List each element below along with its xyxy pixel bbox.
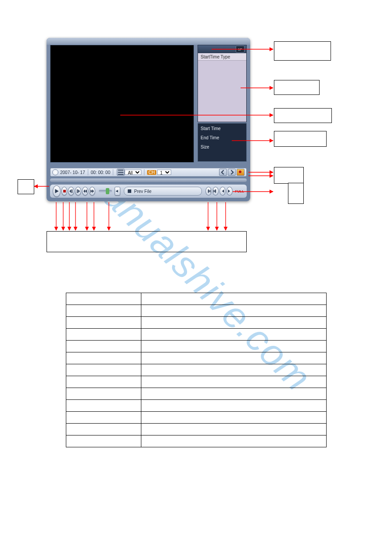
table-row bbox=[66, 412, 327, 424]
side-panel: 1P StartTime Type Start Time End Time Si… bbox=[198, 45, 247, 162]
record-type-select[interactable]: All bbox=[125, 170, 141, 175]
window-titlebar[interactable] bbox=[47, 38, 250, 45]
prev-frame-button[interactable] bbox=[68, 187, 74, 196]
player-body: 1P StartTime Type Start Time End Time Si… bbox=[50, 45, 247, 167]
search-record-button[interactable] bbox=[237, 169, 245, 176]
callout-box-2 bbox=[274, 80, 320, 95]
single-screen-button[interactable]: 1P bbox=[236, 46, 245, 53]
next-frame-button[interactable] bbox=[75, 187, 81, 196]
callout-box-bottom bbox=[47, 231, 247, 252]
callout-box-5b bbox=[288, 183, 304, 204]
start-time-label: Start Time bbox=[201, 126, 244, 131]
record-list-toolbar: 1P bbox=[198, 45, 246, 53]
stop-button[interactable] bbox=[61, 187, 68, 196]
clock-icon bbox=[52, 169, 58, 175]
record-info-panel: Start Time End Time Size bbox=[198, 123, 247, 162]
table-row bbox=[66, 364, 327, 376]
fast-button[interactable] bbox=[89, 187, 95, 196]
stop-icon bbox=[128, 189, 131, 193]
table-row bbox=[66, 400, 327, 412]
seek-bar[interactable] bbox=[50, 178, 247, 182]
callout-box-5a bbox=[274, 167, 304, 184]
volume-slider[interactable] bbox=[99, 190, 112, 192]
prev-channel-button[interactable] bbox=[219, 187, 226, 196]
table-row bbox=[66, 388, 327, 400]
play-button[interactable] bbox=[53, 185, 61, 197]
list-icon bbox=[117, 169, 125, 176]
table-row bbox=[66, 376, 327, 388]
page-prev-button[interactable] bbox=[219, 169, 227, 176]
slow-button[interactable] bbox=[82, 187, 88, 196]
table-row bbox=[66, 435, 327, 447]
callout-box-3 bbox=[274, 108, 332, 123]
table-row bbox=[66, 305, 327, 317]
svg-rect-0 bbox=[63, 190, 66, 192]
search-bar: 2007- 10- 17 00: 00: 00 All CH 1 bbox=[50, 168, 247, 177]
table-row bbox=[66, 341, 327, 352]
next-channel-button[interactable] bbox=[227, 187, 233, 196]
table-row bbox=[66, 352, 327, 364]
mute-button[interactable] bbox=[115, 187, 121, 196]
table-row bbox=[66, 293, 327, 305]
date-field[interactable]: 2007- 10- 17 bbox=[60, 170, 85, 175]
next-file-button[interactable] bbox=[212, 187, 219, 196]
video-viewport[interactable] bbox=[50, 45, 194, 163]
status-text: Prev File bbox=[134, 189, 151, 194]
record-list-panel: 1P StartTime Type bbox=[198, 45, 247, 122]
channel-prefix: CH bbox=[147, 170, 156, 175]
media-player-window: 1P StartTime Type Start Time End Time Si… bbox=[47, 38, 250, 201]
time-field[interactable]: 00: 00: 00 bbox=[91, 170, 110, 175]
table-row bbox=[66, 329, 327, 341]
description-table bbox=[66, 293, 327, 447]
prev-file-button[interactable] bbox=[205, 187, 212, 196]
channel-select[interactable]: 1 bbox=[157, 170, 171, 175]
table-row bbox=[66, 424, 327, 435]
end-time-label: End Time bbox=[201, 135, 244, 140]
page-next-button[interactable] bbox=[228, 169, 236, 176]
callout-box-1 bbox=[274, 41, 331, 61]
table-row bbox=[66, 317, 327, 329]
control-bar: Prev File FULL bbox=[50, 185, 247, 198]
size-label: Size bbox=[201, 145, 244, 149]
callout-box-4 bbox=[274, 131, 327, 147]
record-list-header: StartTime Type bbox=[198, 53, 246, 61]
callout-box-left bbox=[18, 179, 34, 194]
status-display: Prev File bbox=[124, 187, 202, 196]
fullscreen-button[interactable]: FULL bbox=[235, 188, 244, 194]
